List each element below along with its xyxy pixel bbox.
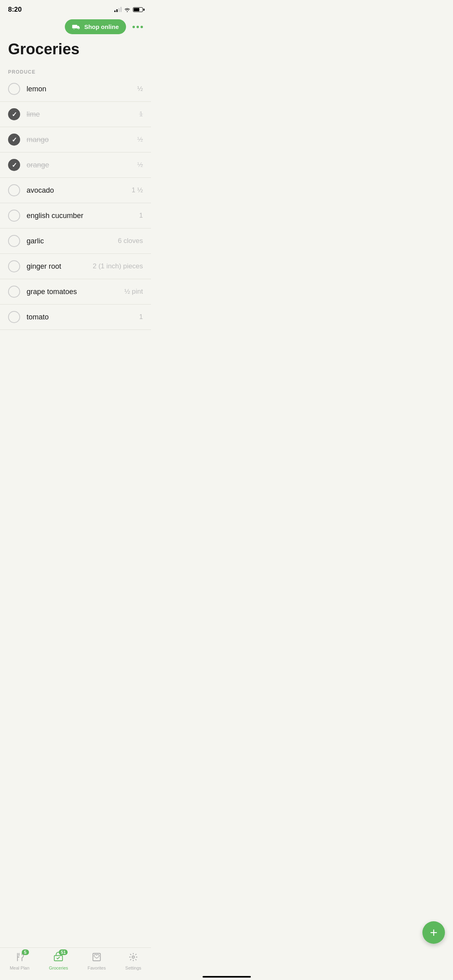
item-name-mango: mango [27,136,131,144]
grocery-item-tomato[interactable]: tomato1 [0,305,151,330]
page-title: Groceries [0,37,151,66]
item-qty-tomato: 1 [139,313,143,321]
item-name-ginger-root: ginger root [27,262,86,271]
grocery-item-avocado[interactable]: avocado1 ½ [0,178,151,203]
checkmark-icon: ✓ [12,136,17,144]
grocery-list: PRODUCElemon½✓lime1✓mango½✓orange½avocad… [0,66,151,330]
more-options-button[interactable] [131,24,145,30]
grocery-item-ginger-root[interactable]: ginger root2 (1 inch) pieces [0,254,151,279]
section-header-produce: PRODUCE [0,66,151,76]
battery-icon [133,7,143,12]
item-qty-grape-tomatoes: ½ pint [124,288,143,296]
grocery-item-lemon[interactable]: lemon½ [0,76,151,102]
wifi-icon [124,7,130,12]
status-time: 8:20 [8,6,22,14]
item-name-garlic: garlic [27,237,112,245]
signal-icon [114,7,122,12]
checkmark-icon: ✓ [12,111,17,118]
item-qty-ginger-root: 2 (1 inch) pieces [93,262,143,270]
item-qty-garlic: 6 cloves [118,237,143,245]
grocery-item-garlic[interactable]: garlic6 cloves [0,229,151,254]
checkbox-mango[interactable]: ✓ [8,134,20,146]
grocery-item-mango[interactable]: ✓mango½ [0,127,151,152]
item-qty-orange: ½ [137,161,143,169]
item-qty-avocado: 1 ½ [132,186,143,194]
item-name-orange: orange [27,161,131,169]
header-actions: Shop online [0,16,151,37]
shop-online-button[interactable]: Shop online [65,19,126,34]
checkbox-tomato[interactable] [8,311,20,323]
grocery-item-english-cucumber[interactable]: english cucumber1 [0,203,151,229]
item-qty-english-cucumber: 1 [139,212,143,220]
item-qty-mango: ½ [137,136,143,144]
checkbox-english-cucumber[interactable] [8,210,20,222]
item-qty-lime: 1 [139,110,143,118]
checkbox-grape-tomatoes[interactable] [8,286,20,298]
grocery-item-orange[interactable]: ✓orange½ [0,152,151,178]
svg-rect-0 [72,25,77,28]
item-name-tomato: tomato [27,313,133,321]
item-name-lemon: lemon [27,85,131,93]
truck-icon [72,24,81,30]
checkbox-lime[interactable]: ✓ [8,108,20,120]
checkbox-orange[interactable]: ✓ [8,159,20,171]
checkbox-avocado[interactable] [8,184,20,196]
grocery-item-lime[interactable]: ✓lime1 [0,102,151,127]
item-name-grape-tomatoes: grape tomatoes [27,288,118,296]
item-name-avocado: avocado [27,186,125,195]
grocery-item-grape-tomatoes[interactable]: grape tomatoes½ pint [0,279,151,305]
item-qty-lemon: ½ [137,85,143,93]
shop-online-label: Shop online [84,23,119,30]
svg-point-3 [74,29,74,29]
svg-point-4 [79,29,79,29]
status-icons [114,7,143,12]
checkbox-lemon[interactable] [8,83,20,95]
checkbox-ginger-root[interactable] [8,260,20,272]
item-name-english-cucumber: english cucumber [27,212,133,220]
status-bar: 8:20 [0,0,151,16]
item-name-lime: lime [27,110,133,119]
checkmark-icon: ✓ [12,161,17,169]
checkbox-garlic[interactable] [8,235,20,247]
